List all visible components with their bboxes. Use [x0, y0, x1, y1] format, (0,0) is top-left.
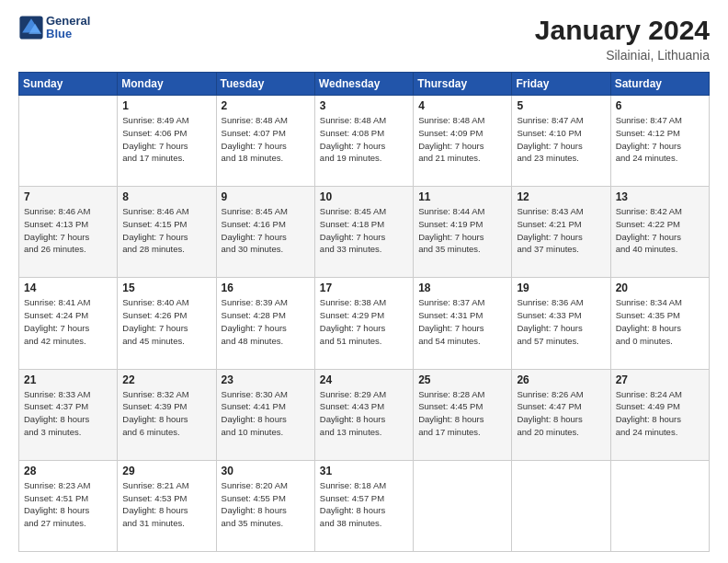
- weekday-header: Tuesday: [216, 73, 314, 96]
- day-number: 11: [418, 190, 506, 203]
- weekday-header: Thursday: [414, 73, 512, 96]
- day-number: 4: [418, 99, 506, 112]
- calendar-cell: 24Sunrise: 8:29 AM Sunset: 4:43 PM Dayli…: [314, 369, 413, 460]
- calendar-cell: 11Sunrise: 8:44 AM Sunset: 4:19 PM Dayli…: [414, 187, 512, 278]
- day-number: 30: [222, 465, 310, 477]
- calendar-cell: 28Sunrise: 8:23 AM Sunset: 4:51 PM Dayli…: [19, 460, 118, 551]
- cell-info: Sunrise: 8:45 AM Sunset: 4:18 PM Dayligh…: [320, 205, 408, 256]
- logo: General Blue: [18, 15, 90, 41]
- calendar-cell: 25Sunrise: 8:28 AM Sunset: 4:45 PM Dayli…: [414, 369, 512, 460]
- logo-icon: [18, 15, 44, 40]
- calendar-cell: 21Sunrise: 8:33 AM Sunset: 4:37 PM Dayli…: [19, 369, 118, 460]
- calendar-cell: [512, 460, 610, 551]
- cell-info: Sunrise: 8:43 AM Sunset: 4:21 PM Dayligh…: [517, 205, 605, 256]
- cell-info: Sunrise: 8:46 AM Sunset: 4:15 PM Dayligh…: [122, 205, 210, 256]
- cell-info: Sunrise: 8:39 AM Sunset: 4:28 PM Dayligh…: [222, 296, 310, 347]
- day-number: 21: [24, 373, 112, 386]
- cell-info: Sunrise: 8:46 AM Sunset: 4:13 PM Dayligh…: [24, 205, 112, 256]
- calendar-cell: 19Sunrise: 8:36 AM Sunset: 4:33 PM Dayli…: [512, 278, 610, 369]
- day-number: 2: [222, 99, 310, 112]
- day-number: 25: [418, 373, 506, 386]
- cell-info: Sunrise: 8:44 AM Sunset: 4:19 PM Dayligh…: [418, 205, 506, 256]
- cell-info: Sunrise: 8:30 AM Sunset: 4:41 PM Dayligh…: [222, 388, 310, 439]
- cell-info: Sunrise: 8:32 AM Sunset: 4:39 PM Dayligh…: [122, 388, 210, 439]
- day-number: 28: [24, 465, 112, 477]
- cell-info: Sunrise: 8:37 AM Sunset: 4:31 PM Dayligh…: [418, 296, 506, 347]
- calendar-week-row: 7Sunrise: 8:46 AM Sunset: 4:13 PM Daylig…: [19, 187, 710, 278]
- calendar-cell: [610, 460, 709, 551]
- calendar-cell: 16Sunrise: 8:39 AM Sunset: 4:28 PM Dayli…: [216, 278, 314, 369]
- cell-info: Sunrise: 8:21 AM Sunset: 4:53 PM Dayligh…: [122, 479, 210, 530]
- calendar-cell: 17Sunrise: 8:38 AM Sunset: 4:29 PM Dayli…: [314, 278, 413, 369]
- calendar-cell: 8Sunrise: 8:46 AM Sunset: 4:15 PM Daylig…: [118, 187, 216, 278]
- calendar-cell: 23Sunrise: 8:30 AM Sunset: 4:41 PM Dayli…: [216, 369, 314, 460]
- day-number: 18: [418, 282, 506, 294]
- calendar-cell: 15Sunrise: 8:40 AM Sunset: 4:26 PM Dayli…: [118, 278, 216, 369]
- weekday-header: Sunday: [19, 73, 118, 96]
- title-block: January 2024 Silainiai, Lithuania: [535, 15, 710, 63]
- day-number: 15: [122, 282, 210, 294]
- subtitle: Silainiai, Lithuania: [535, 48, 710, 63]
- day-number: 8: [122, 190, 210, 203]
- main-title: January 2024: [535, 15, 710, 46]
- day-number: 7: [24, 190, 112, 203]
- calendar-cell: 9Sunrise: 8:45 AM Sunset: 4:16 PM Daylig…: [216, 187, 314, 278]
- calendar-cell: 27Sunrise: 8:24 AM Sunset: 4:49 PM Dayli…: [610, 369, 709, 460]
- calendar-cell: 14Sunrise: 8:41 AM Sunset: 4:24 PM Dayli…: [19, 278, 118, 369]
- day-number: 22: [122, 373, 210, 386]
- weekday-header: Monday: [118, 73, 216, 96]
- calendar-cell: 5Sunrise: 8:47 AM Sunset: 4:10 PM Daylig…: [512, 96, 610, 187]
- calendar-cell: 13Sunrise: 8:42 AM Sunset: 4:22 PM Dayli…: [610, 187, 709, 278]
- cell-info: Sunrise: 8:20 AM Sunset: 4:55 PM Dayligh…: [222, 479, 310, 530]
- day-number: 23: [222, 373, 310, 386]
- calendar-cell: 6Sunrise: 8:47 AM Sunset: 4:12 PM Daylig…: [610, 96, 709, 187]
- cell-info: Sunrise: 8:36 AM Sunset: 4:33 PM Dayligh…: [517, 296, 605, 347]
- day-number: 29: [122, 465, 210, 477]
- calendar-cell: 18Sunrise: 8:37 AM Sunset: 4:31 PM Dayli…: [414, 278, 512, 369]
- cell-info: Sunrise: 8:48 AM Sunset: 4:07 PM Dayligh…: [222, 114, 310, 165]
- day-number: 20: [616, 282, 704, 294]
- calendar-cell: 29Sunrise: 8:21 AM Sunset: 4:53 PM Dayli…: [118, 460, 216, 551]
- cell-info: Sunrise: 8:34 AM Sunset: 4:35 PM Dayligh…: [616, 296, 704, 347]
- page: General Blue January 2024 Silainiai, Lit…: [0, 0, 728, 563]
- header: General Blue January 2024 Silainiai, Lit…: [18, 15, 710, 63]
- day-number: 16: [222, 282, 310, 294]
- day-number: 6: [616, 99, 704, 112]
- calendar-week-row: 21Sunrise: 8:33 AM Sunset: 4:37 PM Dayli…: [19, 369, 710, 460]
- cell-info: Sunrise: 8:41 AM Sunset: 4:24 PM Dayligh…: [24, 296, 112, 347]
- day-number: 1: [122, 99, 210, 112]
- cell-info: Sunrise: 8:38 AM Sunset: 4:29 PM Dayligh…: [320, 296, 408, 347]
- day-number: 27: [616, 373, 704, 386]
- day-number: 12: [517, 190, 605, 203]
- calendar-week-row: 14Sunrise: 8:41 AM Sunset: 4:24 PM Dayli…: [19, 278, 710, 369]
- day-number: 24: [320, 373, 408, 386]
- day-number: 19: [517, 282, 605, 294]
- cell-info: Sunrise: 8:33 AM Sunset: 4:37 PM Dayligh…: [24, 388, 112, 439]
- day-number: 10: [320, 190, 408, 203]
- calendar-week-row: 1Sunrise: 8:49 AM Sunset: 4:06 PM Daylig…: [19, 96, 710, 187]
- cell-info: Sunrise: 8:24 AM Sunset: 4:49 PM Dayligh…: [616, 388, 704, 439]
- weekday-header: Wednesday: [314, 73, 413, 96]
- calendar-cell: 22Sunrise: 8:32 AM Sunset: 4:39 PM Dayli…: [118, 369, 216, 460]
- calendar-table: SundayMondayTuesdayWednesdayThursdayFrid…: [18, 72, 710, 552]
- calendar-header-row: SundayMondayTuesdayWednesdayThursdayFrid…: [19, 73, 710, 96]
- weekday-header: Saturday: [610, 73, 709, 96]
- calendar-cell: 12Sunrise: 8:43 AM Sunset: 4:21 PM Dayli…: [512, 187, 610, 278]
- logo-text: General Blue: [46, 15, 90, 41]
- calendar-cell: 30Sunrise: 8:20 AM Sunset: 4:55 PM Dayli…: [216, 460, 314, 551]
- cell-info: Sunrise: 8:48 AM Sunset: 4:09 PM Dayligh…: [418, 114, 506, 165]
- calendar-cell: 3Sunrise: 8:48 AM Sunset: 4:08 PM Daylig…: [314, 96, 413, 187]
- day-number: 31: [320, 465, 408, 477]
- day-number: 5: [517, 99, 605, 112]
- calendar-cell: [414, 460, 512, 551]
- cell-info: Sunrise: 8:40 AM Sunset: 4:26 PM Dayligh…: [122, 296, 210, 347]
- cell-info: Sunrise: 8:23 AM Sunset: 4:51 PM Dayligh…: [24, 479, 112, 530]
- calendar-cell: 7Sunrise: 8:46 AM Sunset: 4:13 PM Daylig…: [19, 187, 118, 278]
- day-number: 13: [616, 190, 704, 203]
- calendar-cell: 1Sunrise: 8:49 AM Sunset: 4:06 PM Daylig…: [118, 96, 216, 187]
- cell-info: Sunrise: 8:47 AM Sunset: 4:12 PM Dayligh…: [616, 114, 704, 165]
- calendar-cell: 10Sunrise: 8:45 AM Sunset: 4:18 PM Dayli…: [314, 187, 413, 278]
- cell-info: Sunrise: 8:28 AM Sunset: 4:45 PM Dayligh…: [418, 388, 506, 439]
- calendar-cell: 20Sunrise: 8:34 AM Sunset: 4:35 PM Dayli…: [610, 278, 709, 369]
- day-number: 14: [24, 282, 112, 294]
